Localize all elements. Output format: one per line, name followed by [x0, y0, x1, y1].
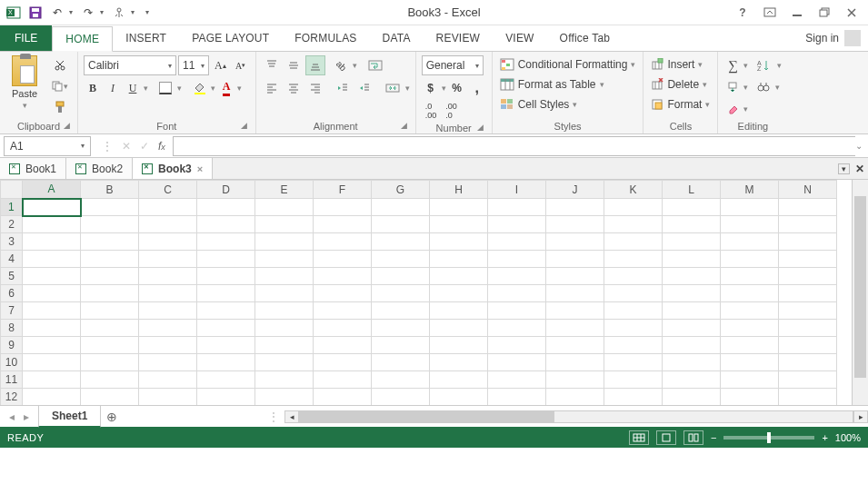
cell[interactable] [23, 285, 81, 302]
cell[interactable] [663, 268, 721, 285]
cell[interactable] [197, 371, 255, 389]
cell[interactable] [255, 251, 314, 268]
row-header[interactable]: 5 [1, 268, 23, 285]
redo-icon[interactable]: ↷ [78, 3, 98, 23]
cell[interactable] [721, 302, 779, 320]
workbook-tab-book1[interactable]: Book1 [0, 158, 66, 179]
zoom-level[interactable]: 100% [835, 432, 861, 443]
cell[interactable] [314, 389, 372, 406]
cell[interactable] [779, 285, 837, 302]
font-name-combo[interactable]: Calibri▾ [84, 55, 176, 75]
close-tab-icon[interactable]: × [197, 163, 203, 174]
help-icon[interactable]: ? [732, 4, 753, 22]
cell[interactable] [23, 251, 81, 268]
close-all-icon[interactable]: ✕ [855, 163, 864, 175]
zoom-slider[interactable] [723, 436, 814, 440]
cell[interactable] [197, 268, 255, 285]
cell[interactable] [81, 233, 139, 251]
cell[interactable] [779, 389, 837, 406]
cell[interactable] [488, 233, 546, 251]
cell[interactable] [23, 233, 81, 251]
cell[interactable] [23, 337, 81, 354]
cell[interactable] [430, 302, 488, 320]
increase-decimal-button[interactable]: .0.00 [422, 101, 441, 121]
cell[interactable] [197, 233, 255, 251]
cell[interactable] [546, 389, 604, 406]
cell[interactable] [663, 285, 721, 302]
workbook-tab-book3[interactable]: Book3× [133, 158, 213, 179]
cell[interactable] [372, 337, 430, 354]
insert-cells-button[interactable]: Insert▾ [649, 55, 704, 74]
cell[interactable] [721, 216, 779, 233]
column-header[interactable]: C [139, 181, 197, 199]
cell[interactable] [663, 354, 721, 371]
align-bottom-button[interactable] [305, 55, 325, 75]
cell[interactable] [604, 337, 663, 354]
cell[interactable] [430, 354, 488, 371]
row-header[interactable]: 1 [1, 199, 23, 216]
cell[interactable] [488, 371, 546, 389]
column-header[interactable]: B [81, 181, 139, 199]
increase-font-button[interactable]: A▴ [211, 55, 230, 75]
cell[interactable] [23, 389, 81, 406]
sheet-nav-prev-icon[interactable]: ◂ [9, 410, 15, 423]
excel-app-icon[interactable]: X [4, 3, 24, 23]
cell[interactable] [197, 354, 255, 371]
cell[interactable] [139, 251, 197, 268]
cell[interactable] [604, 320, 663, 337]
cell[interactable] [721, 389, 779, 406]
cell[interactable] [546, 320, 604, 337]
cell[interactable] [488, 268, 546, 285]
cell[interactable] [139, 302, 197, 320]
undo-dropdown-icon[interactable]: ▾ [69, 8, 76, 16]
row-header[interactable]: 4 [1, 251, 23, 268]
cell[interactable] [197, 251, 255, 268]
cell[interactable] [430, 371, 488, 389]
cell[interactable] [139, 320, 197, 337]
font-dialog-launcher-icon[interactable]: ◢ [239, 121, 250, 132]
autosum-button[interactable]: ∑ [723, 55, 742, 75]
copy-button[interactable]: ▾ [47, 76, 72, 96]
cell[interactable] [23, 199, 81, 216]
cell[interactable] [430, 285, 488, 302]
cell[interactable] [779, 251, 837, 268]
row-header[interactable]: 3 [1, 233, 23, 251]
row-header[interactable]: 12 [1, 389, 23, 406]
cell[interactable] [255, 268, 314, 285]
name-box[interactable]: A1▾ [4, 136, 91, 156]
font-size-combo[interactable]: 11▾ [178, 55, 209, 75]
cell[interactable] [139, 389, 197, 406]
cell[interactable] [372, 233, 430, 251]
zoom-in-icon[interactable]: + [822, 432, 827, 443]
format-painter-button[interactable] [47, 97, 72, 117]
select-all-corner[interactable] [1, 181, 23, 199]
decrease-indent-button[interactable] [333, 78, 353, 98]
cell[interactable] [546, 233, 604, 251]
cell[interactable] [604, 216, 663, 233]
merge-dropdown-icon[interactable]: ▾ [405, 84, 410, 93]
cell[interactable] [779, 371, 837, 389]
cell[interactable] [721, 320, 779, 337]
cell[interactable] [23, 268, 81, 285]
cell[interactable] [197, 389, 255, 406]
font-color-button[interactable]: A [217, 78, 235, 98]
tab-insert[interactable]: INSERT [113, 25, 179, 51]
cells-table[interactable]: ABCDEFGHIJKLMN123456789101112 [0, 180, 837, 405]
cell[interactable] [604, 233, 663, 251]
cell[interactable] [604, 268, 663, 285]
cell[interactable] [430, 233, 488, 251]
cell[interactable] [314, 371, 372, 389]
cell[interactable] [721, 371, 779, 389]
cell[interactable] [779, 199, 837, 216]
fx-icon[interactable]: fx [158, 140, 165, 153]
cell[interactable] [488, 216, 546, 233]
touch-dropdown-icon[interactable]: ▾ [131, 8, 138, 16]
comma-format-button[interactable]: , [468, 78, 486, 98]
cell[interactable] [663, 216, 721, 233]
cell[interactable] [721, 268, 779, 285]
column-header[interactable]: F [314, 181, 372, 199]
cell[interactable] [546, 199, 604, 216]
enter-formula-icon[interactable]: ✓ [140, 140, 149, 153]
row-header[interactable]: 7 [1, 302, 23, 320]
tab-page-layout[interactable]: PAGE LAYOUT [179, 25, 282, 51]
